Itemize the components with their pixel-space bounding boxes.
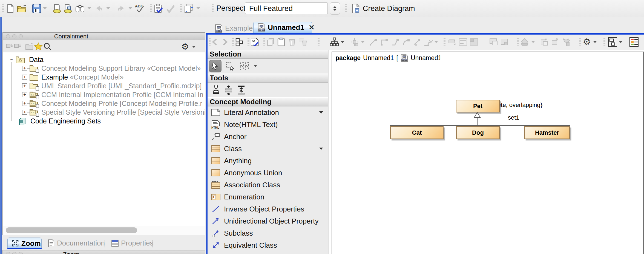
save-icon[interactable]	[32, 4, 42, 13]
palette-section-concept-modeling[interactable]: Concept Modeling	[208, 97, 328, 106]
palette-item-anchor[interactable]: Anchor	[208, 131, 328, 143]
tree-item-label[interactable]: Concept Modeling Support Library «Concep…	[41, 64, 201, 73]
tree-row[interactable]: +«»CCM Internal Implementation Profile […	[3, 90, 205, 99]
layout-tree-dropdown-caret[interactable]	[341, 41, 344, 43]
palette-item-literal-annotation[interactable]: Literal Annotation	[208, 106, 328, 118]
check-diagram-icon[interactable]	[250, 37, 260, 47]
tree-row[interactable]: +Concept Modeling Support Library «Conce…	[3, 64, 205, 73]
spell-check-icon[interactable]: ABC	[135, 4, 145, 13]
palette-item-inverse-object-properties[interactable]: Inverse Object Properties	[208, 203, 328, 215]
palette-item-subclass[interactable]: Subclass	[208, 227, 328, 239]
gear-icon[interactable]: ⚙	[582, 37, 591, 47]
tree-item-label[interactable]: UML Standard Profile [UML_Standard_Profi…	[41, 81, 202, 90]
palette-item-dropdown-caret[interactable]	[319, 111, 323, 114]
tree-row[interactable]: Code Engineering Sets	[3, 117, 205, 125]
palette-item-label: Anonymous Union	[224, 169, 282, 177]
save-dropdown-caret[interactable]	[43, 7, 47, 9]
expand-node-icon[interactable]: +	[22, 66, 27, 71]
tree-item-label[interactable]: Example «Concept Model»	[41, 73, 123, 81]
selection-dropdown-caret[interactable]	[254, 65, 257, 67]
generalization-vertical-line[interactable]	[477, 117, 478, 126]
tab-properties[interactable]: Properties	[107, 238, 151, 249]
tab-diagram-unnamed1[interactable]: Unnamed1 ✕	[253, 22, 312, 33]
tree-row[interactable]: −Data	[3, 55, 205, 64]
expand-vertical-tool[interactable]	[222, 84, 235, 96]
palette-item-association-class[interactable]: Association Class	[208, 179, 328, 191]
collapse-vertical-tool[interactable]	[235, 84, 248, 96]
tree-item-label[interactable]: CCM Internal Implementation Profile [CCM…	[41, 90, 203, 99]
print-icon[interactable]	[52, 4, 62, 13]
tab-diagram-example-label: Example	[225, 24, 253, 33]
perspective-stepper[interactable]	[330, 2, 340, 15]
diagram-canvas[interactable]: package Unnamed1 [ Unnamed1 ] {complete,…	[329, 50, 644, 254]
check-model-icon[interactable]	[153, 4, 163, 13]
marquee-select-tool[interactable]	[224, 60, 237, 72]
svg-text:E: E	[213, 195, 215, 199]
palette-item-note-html-text-[interactable]: HTMLNote(HTML Text)	[208, 118, 328, 131]
scrollbar-thumb[interactable]	[6, 227, 137, 233]
open-project-icon[interactable]	[17, 4, 27, 13]
tab-diagram-unnamed1-label: Unnamed1	[268, 23, 304, 32]
stamp-tool[interactable]	[210, 84, 222, 96]
collapse-node-icon[interactable]: −	[9, 57, 14, 62]
tab-properties-label: Properties	[121, 239, 154, 247]
uml-class-dog[interactable]: Dog	[456, 126, 500, 139]
window-layout-icon[interactable]	[608, 37, 617, 47]
tree-item-label[interactable]: Concept Modeling Profile [Concept Modeli…	[41, 99, 202, 108]
expand-node-icon[interactable]: +	[22, 92, 27, 97]
update-dropdown-caret[interactable]	[196, 7, 200, 9]
tab-diagram-example[interactable]: Example	[211, 23, 252, 34]
palette-item-dropdown-caret[interactable]	[319, 148, 323, 150]
expand-node-icon[interactable]: +	[22, 101, 27, 106]
palette-section-selection[interactable]: Selection	[208, 50, 328, 59]
expand-node-icon[interactable]: +	[22, 83, 27, 88]
window-layout-dropdown-caret[interactable]	[619, 41, 623, 43]
toolbar-separator	[517, 38, 519, 46]
options-caret[interactable]	[192, 46, 196, 48]
uml-class-pet[interactable]: Pet	[456, 100, 500, 112]
generalization-set-name[interactable]: set1	[508, 114, 519, 121]
update-project-icon[interactable]	[184, 4, 194, 13]
palette-item-anything[interactable]: Anything	[208, 155, 328, 167]
uml-class-cat[interactable]: Cat	[390, 126, 444, 139]
expand-node-icon[interactable]: +	[22, 110, 27, 115]
tree-row[interactable]: +«»Special Style Versioning Profile [Spe…	[3, 108, 205, 117]
favorites-star-icon[interactable]	[33, 42, 43, 52]
palette-item-anonymous-union[interactable]: Anonymous Union	[208, 167, 328, 179]
find-icon[interactable]	[75, 4, 85, 13]
application-window: ABC Perspective: Full Featured Create Di…	[0, 0, 644, 254]
tab-zoom[interactable]: Zoom	[7, 238, 42, 249]
uml-class-hamster[interactable]: Hamster	[524, 126, 570, 139]
main-toolbar: ABC Perspective: Full Featured Create Di…	[0, 0, 644, 17]
expand-node-icon[interactable]: +	[22, 75, 27, 80]
create-diagram-button[interactable]: Create Diagram	[351, 4, 415, 13]
tree-item-label[interactable]: Code Engineering Sets	[30, 117, 101, 125]
palette-item-equivalent-class[interactable]: Equivalent Class	[208, 239, 328, 251]
options-gear-icon[interactable]: ⚙	[180, 42, 190, 52]
close-tab-icon[interactable]: ✕	[309, 23, 315, 32]
gear-dropdown-caret[interactable]	[593, 41, 597, 43]
tree-item-label[interactable]: Data	[29, 55, 44, 64]
tree-item-label[interactable]: Special Style Versioning Profile [Specia…	[41, 108, 205, 117]
generalization-bus-line[interactable]	[390, 125, 570, 126]
layout-tree-icon[interactable]	[330, 37, 339, 47]
palette-section-tools[interactable]: Tools	[208, 74, 328, 83]
containment-tree-icon[interactable]	[235, 37, 244, 47]
search-icon[interactable]	[43, 42, 53, 52]
toolbar-grip[interactable]	[2, 4, 4, 13]
palette-item-unidirectional-object-property[interactable]: Unidirectional Object Property	[208, 215, 328, 227]
pointer-tool[interactable]	[209, 60, 222, 72]
legend-icon[interactable]	[629, 37, 639, 47]
tree-row[interactable]: +Example «Concept Model»	[3, 73, 205, 81]
palette-item-enumeration[interactable]: EEnumeration	[208, 191, 328, 203]
tree-horizontal-scrollbar[interactable]	[3, 226, 205, 235]
multi-select-tool[interactable]	[238, 60, 251, 72]
find-dropdown-caret[interactable]	[87, 7, 91, 9]
perspective-combobox[interactable]: Full Featured	[245, 2, 328, 14]
palette-item-class[interactable]: Class	[208, 143, 328, 155]
print-preview-icon[interactable]	[63, 4, 73, 13]
tree-row[interactable]: +«»Concept Modeling Profile [Concept Mod…	[3, 99, 205, 108]
tab-documentation[interactable]: Documentation	[44, 238, 103, 249]
new-file-icon[interactable]	[5, 4, 15, 13]
tree-row[interactable]: +UML Standard Profile [UML_Standard_Prof…	[3, 81, 205, 90]
